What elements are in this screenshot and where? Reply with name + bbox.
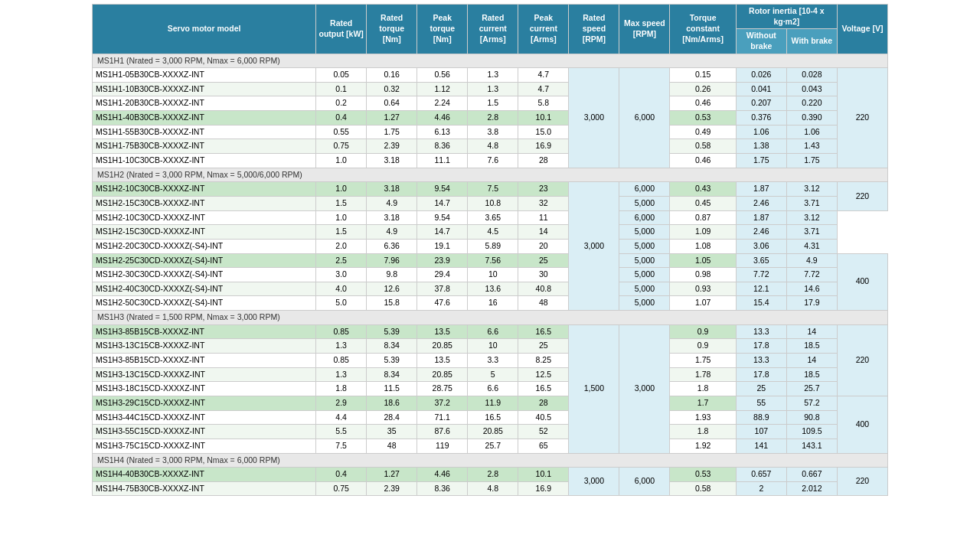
peak-torque-cell: 1.12 [417, 82, 468, 96]
torque-constant-cell: 0.9 [670, 339, 736, 354]
rated-output-cell: 0.55 [316, 125, 367, 139]
peak-current-cell: 16.9 [518, 139, 569, 154]
header-rotor-inertia: Rotor inertia [10-4 x kg·m2] [736, 5, 837, 29]
peak-torque-cell: 4.46 [417, 468, 468, 482]
model-cell: MS1H3-75C15CD-XXXXZ-INT [93, 439, 316, 453]
model-cell: MS1H2-15C30CB-XXXXZ-INT [93, 196, 316, 210]
peak-torque-cell: 14.7 [417, 196, 468, 210]
model-cell: MS1H2-10C30CB-XXXXZ-INT [93, 182, 316, 197]
rated-current-cell: 11.9 [468, 396, 518, 410]
rotor-with-brake-cell: 2.012 [786, 481, 837, 496]
model-cell: MS1H2-40C30CD-XXXXZ(-S4)-INT [93, 282, 316, 296]
rotor-with-brake-cell: 3.12 [786, 182, 837, 197]
rated-torque-cell: 5.39 [367, 354, 417, 368]
torque-constant-cell: 0.87 [670, 210, 736, 225]
rated-output-cell: 4.4 [316, 410, 367, 425]
peak-current-cell: 10.1 [518, 111, 569, 126]
peak-current-cell: 16.5 [518, 324, 569, 339]
max-speed-cell: 5,000 [619, 296, 670, 311]
main-table-wrapper: Servo motor model Rated output [kW] Rate… [92, 4, 888, 496]
table-row: MS1H2-30C30CD-XXXXZ(-S4)-INT3.09.829.410… [93, 268, 888, 282]
rated-torque-cell: 1.27 [367, 111, 417, 126]
peak-torque-cell: 23.9 [417, 253, 468, 268]
header-with-brake: With brake [786, 29, 837, 54]
rotor-without-brake-cell: 12.1 [736, 282, 786, 296]
rotor-without-brake-cell: 55 [736, 396, 786, 410]
peak-current-cell: 8.25 [518, 354, 569, 368]
torque-constant-cell: 0.58 [670, 139, 736, 154]
rotor-without-brake-cell: 1.87 [736, 210, 786, 225]
rotor-with-brake-cell: 1.06 [786, 125, 837, 139]
rotor-without-brake-cell: 1.38 [736, 139, 786, 154]
table-row: MS1H3-75C15CD-XXXXZ-INT7.54811925.7651.9… [93, 439, 888, 453]
rotor-without-brake-cell: 0.657 [736, 468, 786, 482]
rated-torque-cell: 6.36 [367, 239, 417, 253]
peak-torque-cell: 47.6 [417, 296, 468, 311]
peak-torque-cell: 8.36 [417, 481, 468, 496]
table-row: MS1H2-25C30CD-XXXXZ(-S4)-INT2.57.9623.97… [93, 253, 888, 268]
rated-torque-cell: 18.6 [367, 396, 417, 410]
rotor-with-brake-cell: 57.2 [786, 396, 837, 410]
peak-current-cell: 40.5 [518, 410, 569, 425]
header-rated-output: Rated output [kW] [316, 5, 367, 54]
rotor-without-brake-cell: 2.46 [736, 196, 786, 210]
max-speed-cell: 6,000 [619, 468, 670, 496]
rated-current-cell: 3.65 [468, 210, 518, 225]
torque-constant-cell: 0.98 [670, 268, 736, 282]
model-cell: MS1H3-13C15CD-XXXXZ-INT [93, 367, 316, 382]
rated-output-cell: 7.5 [316, 439, 367, 453]
rotor-with-brake-cell: 3.71 [786, 225, 837, 240]
peak-torque-cell: 87.6 [417, 425, 468, 439]
rated-current-cell: 4.8 [468, 481, 518, 496]
torque-constant-cell: 1.8 [670, 382, 736, 396]
rated-torque-cell: 8.34 [367, 367, 417, 382]
model-cell: MS1H1-10C30CB-XXXXZ-INT [93, 154, 316, 168]
rated-output-cell: 3.0 [316, 268, 367, 282]
table-row: MS1H1-10B30CB-XXXXZ-INT0.10.321.121.34.7… [93, 82, 888, 96]
rated-torque-cell: 3.18 [367, 210, 417, 225]
peak-torque-cell: 2.24 [417, 96, 468, 111]
peak-current-cell: 4.7 [518, 82, 569, 96]
rotor-without-brake-cell: 17.8 [736, 339, 786, 354]
model-cell: MS1H3-18C15CD-XXXXZ-INT [93, 382, 316, 396]
rotor-with-brake-cell: 0.220 [786, 96, 837, 111]
rated-output-cell: 1.8 [316, 382, 367, 396]
rated-output-cell: 0.75 [316, 481, 367, 496]
peak-current-cell: 28 [518, 396, 569, 410]
table-row: MS1H1-20B30CB-XXXXZ-INT0.20.642.241.55.8… [93, 96, 888, 111]
rated-current-cell: 10 [468, 268, 518, 282]
rotor-without-brake-cell: 0.041 [736, 82, 786, 96]
peak-torque-cell: 37.2 [417, 396, 468, 410]
table-row: MS1H3-55C15CD-XXXXZ-INT5.53587.620.85521… [93, 425, 888, 439]
rotor-with-brake-cell: 18.5 [786, 339, 837, 354]
torque-constant-cell: 1.78 [670, 367, 736, 382]
rated-speed-cell: 3,000 [569, 68, 619, 168]
rated-output-cell: 1.3 [316, 339, 367, 354]
torque-constant-cell: 1.05 [670, 253, 736, 268]
rated-torque-cell: 4.9 [367, 225, 417, 240]
model-cell: MS1H1-55B30CB-XXXXZ-INT [93, 125, 316, 139]
rotor-without-brake-cell: 3.65 [736, 253, 786, 268]
max-speed-cell: 5,000 [619, 196, 670, 210]
rotor-without-brake-cell: 1.87 [736, 182, 786, 197]
torque-constant-cell: 0.46 [670, 154, 736, 168]
model-cell: MS1H3-85B15CD-XXXXZ-INT [93, 354, 316, 368]
torque-constant-cell: 0.43 [670, 182, 736, 197]
rated-current-cell: 3.3 [468, 354, 518, 368]
rotor-without-brake-cell: 141 [736, 439, 786, 453]
peak-current-cell: 28 [518, 154, 569, 168]
group-header-MS1H2: MS1H2 (Nrated = 3,000 RPM, Nmax = 5,000/… [93, 168, 888, 182]
model-cell: MS1H4-75B30CB-XXXXZ-INT [93, 481, 316, 496]
rotor-without-brake-cell: 1.75 [736, 154, 786, 168]
rated-output-cell: 0.85 [316, 354, 367, 368]
table-row: MS1H3-29C15CD-XXXXZ-INT2.918.637.211.928… [93, 396, 888, 410]
rated-current-cell: 7.5 [468, 182, 518, 197]
table-row: MS1H3-13C15CD-XXXXZ-INT1.38.3420.85512.5… [93, 367, 888, 382]
model-cell: MS1H3-55C15CD-XXXXZ-INT [93, 425, 316, 439]
rated-torque-cell: 15.8 [367, 296, 417, 311]
header-without-brake: Without brake [736, 29, 786, 54]
rotor-without-brake-cell: 2 [736, 481, 786, 496]
rated-current-cell: 5.89 [468, 239, 518, 253]
rated-output-cell: 1.0 [316, 182, 367, 197]
peak-torque-cell: 71.1 [417, 410, 468, 425]
